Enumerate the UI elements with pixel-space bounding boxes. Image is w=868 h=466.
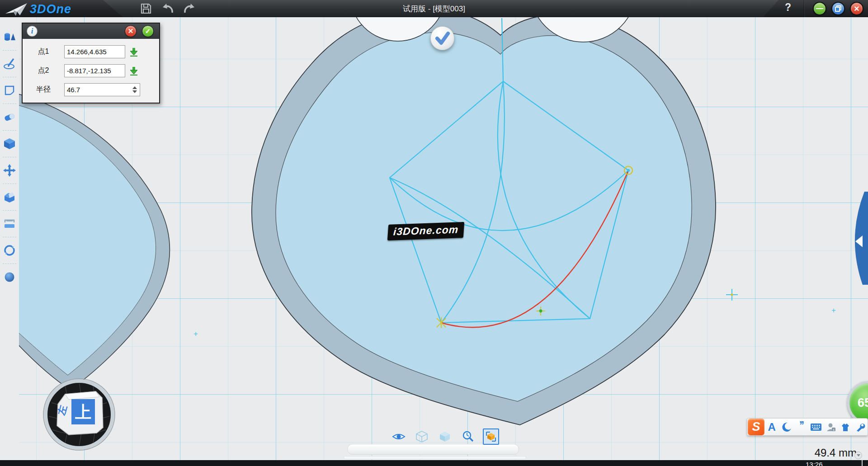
minimize-button[interactable]: — [813, 2, 826, 15]
sidebar-item-solid-primitives[interactable] [0, 24, 19, 50]
ring-icon [3, 244, 16, 257]
eye-icon [392, 431, 406, 442]
move-arrows-icon [3, 164, 16, 177]
svg-text:s: s [833, 428, 835, 431]
open-box-icon [3, 190, 16, 204]
ground-shelf-thin [344, 456, 526, 459]
shaded-mode-button[interactable] [437, 428, 453, 445]
arc-parameter-dialog: i ✕ ✓ 点1 点2 半径 [22, 23, 160, 104]
viewcube-cube[interactable]: 上 左 [55, 391, 103, 435]
wireframe-mode-button[interactable] [414, 428, 430, 445]
dialog-row-radius: 半径 [23, 83, 156, 96]
spinner-down-icon[interactable] [132, 90, 137, 93]
point2-input[interactable] [64, 64, 125, 77]
watermark: i3DOne.com [387, 222, 465, 240]
taskbar-clock: 13:26 [806, 461, 823, 466]
display-mode-bar [391, 428, 499, 445]
radius-label: 半径 [23, 85, 64, 94]
eraser-icon [3, 110, 16, 124]
sogou-logo-icon[interactable]: S [748, 419, 764, 435]
grid-plus-marker: + [831, 308, 836, 313]
sidebar-item-ring[interactable] [0, 237, 19, 264]
pick-point-icon[interactable] [128, 47, 139, 57]
sidebar-item-material[interactable] [0, 264, 19, 290]
dimension-icon [3, 217, 16, 231]
render-cube-icon [485, 431, 497, 442]
visibility-button[interactable] [391, 428, 407, 445]
input-method-bar: S A ’’ s [747, 418, 868, 436]
account-person-icon[interactable]: s [823, 419, 838, 435]
sidebar-item-edit-solid[interactable] [0, 104, 19, 130]
grid-scale-readout: 49.4 mm [769, 447, 857, 459]
cancel-button[interactable]: ✕ [125, 25, 137, 37]
sidebar-item-sketch-shape[interactable] [0, 77, 19, 104]
viewcube-top-label: 上 [75, 403, 91, 421]
punctuation-icon[interactable]: ’’ [794, 417, 809, 433]
close-button[interactable]: ✕ [850, 2, 863, 15]
rounded-square-icon [3, 84, 16, 97]
sidebar-item-feature-cube[interactable] [0, 130, 19, 157]
radius-input[interactable] [64, 83, 140, 96]
point1-input[interactable] [64, 45, 125, 58]
show-desktop-divider[interactable] [862, 460, 863, 466]
sidebar-item-move[interactable] [0, 157, 19, 184]
settings-wrench-icon[interactable] [853, 419, 868, 435]
dialog-row-point2: 点2 [23, 64, 156, 77]
sidebar-item-measure[interactable] [0, 210, 19, 237]
sphere-icon [3, 270, 16, 284]
zoom-percent-value: 65 [858, 396, 868, 410]
dialog-header[interactable]: i ✕ ✓ [23, 24, 159, 39]
primitives-icon [3, 30, 16, 44]
ground-shelf [347, 444, 519, 455]
check-icon [431, 27, 454, 50]
wireframe-cube-icon [415, 430, 428, 443]
restore-icon [835, 5, 841, 12]
view-cube-widget[interactable]: 上 左 [42, 378, 116, 453]
sketch-pen-icon [3, 57, 16, 71]
magnifier-icon [462, 430, 474, 443]
letter-mode-icon[interactable]: A [764, 419, 779, 435]
sidebar-item-combine[interactable] [0, 184, 19, 210]
confirm-button[interactable]: ✓ [142, 25, 154, 37]
pick-point-icon[interactable] [128, 66, 139, 76]
sketch-confirm-button[interactable] [430, 26, 454, 50]
radius-spinner[interactable] [131, 84, 138, 96]
cube-icon [3, 137, 16, 151]
grid-plus-marker: + [193, 332, 198, 336]
dialog-row-point1: 点1 [23, 45, 156, 58]
sidebar-item-sketch-draw[interactable] [0, 50, 19, 77]
help-button[interactable]: ? [785, 1, 791, 14]
soft-keyboard-icon[interactable] [809, 419, 824, 435]
point2-label: 点2 [23, 66, 64, 75]
shaded-cube-icon [439, 430, 451, 443]
os-taskbar[interactable]: 13:26 [0, 460, 868, 466]
render-mode-button-active[interactable] [483, 428, 499, 445]
info-icon: i [27, 26, 38, 37]
halfwidth-moon-icon[interactable] [779, 419, 794, 435]
chevron-down-icon [857, 454, 860, 457]
point1-label: 点1 [23, 47, 64, 56]
skin-tshirt-icon[interactable] [838, 419, 853, 435]
zoom-button[interactable] [460, 428, 476, 445]
scale-dropdown-button[interactable] [854, 452, 862, 459]
window-title: 试用版 - [模型003] [0, 4, 868, 14]
spinner-up-icon[interactable] [132, 86, 137, 89]
tool-sidebar [0, 17, 19, 460]
maximize-button[interactable] [831, 2, 845, 15]
title-bar: 3DOne 试用版 - [模型003] ? — ✕ [0, 0, 868, 17]
